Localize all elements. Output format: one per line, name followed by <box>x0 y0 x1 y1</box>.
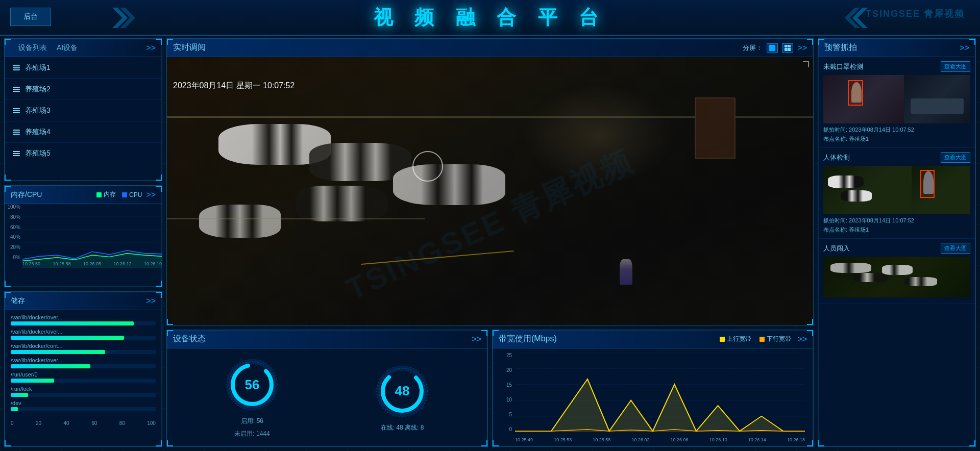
memory-legend-label: 内存 <box>104 190 116 199</box>
storage-bar-fill-6 <box>11 393 28 397</box>
alert-1-title: 未戴口罩检测 <box>823 62 863 71</box>
alert-2-cow <box>828 176 864 188</box>
device-item-2[interactable]: 养殖场2 <box>5 79 162 100</box>
storage-bar-fill-4 <box>11 364 90 368</box>
storage-item-1: /var/lib/docker/over... <box>11 314 156 325</box>
alert-1-img-left <box>823 75 904 123</box>
storage-bar-track-6 <box>11 393 156 397</box>
storage-label-5: /run/user/0 <box>11 371 156 378</box>
bandwidth-title: 带宽使用(Mbps) <box>499 334 557 344</box>
device-item-1[interactable]: 养殖场1 <box>5 57 162 79</box>
alert-1-header: 未戴口罩检测 查看大图 <box>823 61 970 72</box>
cpu-panel: 内存/CPU 内存 CPU >> <box>4 185 162 287</box>
cow-5 <box>199 205 281 238</box>
alert-item-2: 人体检测 查看大图 <box>818 148 975 239</box>
cpu-x-labels: 10:25:50 10:25:58 10:26:05 10:26:12 10:2… <box>22 261 162 270</box>
alert-header: 预警抓拍 >> <box>818 39 975 57</box>
storage-bar-track-5 <box>11 379 156 383</box>
video-bg <box>167 57 813 325</box>
split-1-button[interactable] <box>767 43 778 53</box>
right-panel: 预警抓拍 >> 未戴口罩检测 查看大图 <box>818 38 976 447</box>
storage-label-7: /dev <box>11 400 156 406</box>
alert-arrow[interactable]: >> <box>960 43 969 53</box>
header-logo: TSINGSEE 青犀视频 <box>866 8 965 20</box>
alert-2-header: 人体检测 查看大图 <box>823 152 970 163</box>
alert-2-img-right <box>912 166 970 214</box>
alert-1-view-btn[interactable]: 查看大图 <box>941 61 970 72</box>
page-title: 视 频 融 合 平 台 <box>374 5 607 31</box>
cpu-chart-area: 100% 80% 60% 40% 20% 0% <box>5 204 162 270</box>
memory-legend-dot <box>96 192 102 197</box>
alert-3-title: 人员闯入 <box>823 244 850 253</box>
device-list-header: 设备列表 AI设备 >> <box>5 39 162 57</box>
device-item-label-5: 养殖场5 <box>25 149 51 158</box>
bandwidth-header-right: 上行宽带 下行宽带 >> <box>720 335 807 344</box>
bw-y-labels: 25 20 15 10 5 0 <box>501 353 513 432</box>
cpu-y-labels: 100% 80% 60% 40% 20% 0% <box>5 204 22 260</box>
alert-1-time: 抓拍时间: 2023年08月14日 10:07:52 <box>823 126 970 135</box>
gauge-online: 56 启用: 56 未启用: 1444 <box>224 357 280 438</box>
device-item-label-2: 养殖场2 <box>25 85 51 94</box>
storage-x-axis: 0 20 40 60 80 100 <box>5 418 162 426</box>
alert-3-view-btn[interactable]: 查看大图 <box>941 243 970 254</box>
storage-panel: 储存 >> /var/lib/docker/over... /var/lib/d… <box>4 291 162 447</box>
storage-item-6: /run/lock <box>11 386 156 397</box>
device-item-3[interactable]: 养殖场3 <box>5 100 162 121</box>
video-arrow[interactable]: >> <box>797 43 807 53</box>
bandwidth-chart-area: 25 20 15 10 5 0 <box>493 348 813 446</box>
storage-bar-fill-1 <box>11 321 134 325</box>
alert-2-image <box>823 166 970 214</box>
fence-2 <box>167 218 425 219</box>
device-item-4[interactable]: 养殖场4 <box>5 121 162 143</box>
alert-2-title: 人体检测 <box>823 153 850 162</box>
alert-1-meta: 抓拍时间: 2023年08月14日 10:07:52 布点名称: 养殖场1 <box>823 126 970 143</box>
bottom-center: 设备状态 >> <box>166 330 814 447</box>
device-item-5[interactable]: 养殖场5 <box>5 143 162 164</box>
storage-item-2: /var/lib/docker/over... <box>11 329 156 340</box>
storage-header: 储存 >> <box>5 292 162 310</box>
storage-bars-container: /var/lib/docker/over... /var/lib/docker/… <box>5 310 162 418</box>
worker-1 <box>620 259 632 285</box>
device-status-header: 设备状态 >> <box>167 330 487 348</box>
alert-2-view-btn[interactable]: 查看大图 <box>941 152 970 163</box>
main-layout: 设备列表 AI设备 >> 养殖场1 养殖场2 养殖场3 <box>4 38 976 447</box>
cpu-panel-header: 内存/CPU 内存 CPU >> <box>5 186 162 204</box>
device-list-panel: 设备列表 AI设备 >> 养殖场1 养殖场2 养殖场3 <box>4 38 162 181</box>
bandwidth-arrow[interactable]: >> <box>797 335 807 344</box>
storage-bar-track-7 <box>11 407 156 411</box>
alert-3-img <box>823 257 970 297</box>
alert-2-location: 布点名称: 养殖场1 <box>823 225 970 235</box>
device-status-content: 56 启用: 56 未启用: 1444 <box>167 348 487 446</box>
gauge-streaming-label: 在线: 48 离线: 8 <box>381 423 424 432</box>
bw-x-labels: 10:25:49 10:25:53 10:25:58 10:26:02 10:2… <box>515 437 805 442</box>
alert-3-image <box>823 257 970 297</box>
fence-1 <box>167 116 813 118</box>
cow-2 <box>309 143 411 181</box>
bw-up-legend: 上行宽带 <box>720 335 751 343</box>
device-item-label-3: 养殖场3 <box>25 106 51 115</box>
gauge-online-label: 启用: 56 <box>241 417 263 425</box>
alert-3-image-sim <box>823 257 970 297</box>
device-item-icon-5 <box>13 151 20 156</box>
video-timestamp: 2023年08月14日 星期一 10:07:52 <box>173 81 295 91</box>
gauge-offline-label: 未启用: 1444 <box>234 430 270 438</box>
alert-1-image-sim <box>823 75 970 123</box>
bandwidth-header: 带宽使用(Mbps) 上行宽带 下行宽带 >> <box>493 330 813 348</box>
split-1-icon <box>769 45 775 51</box>
center-panel: 实时调阅 分屏： >> <box>166 38 814 447</box>
back-button[interactable]: 后台 <box>10 8 51 26</box>
storage-arrow[interactable]: >> <box>146 296 156 306</box>
gauge-online-svg-wrap: 56 <box>224 357 280 413</box>
cpu-legend-label: CPU <box>129 191 142 198</box>
video-circle-overlay <box>412 151 443 182</box>
device-list-arrow[interactable]: >> <box>146 43 156 53</box>
alert-3-cow2 <box>853 273 889 282</box>
farm-scene <box>167 57 813 325</box>
alert-1-image <box>823 75 970 123</box>
alert-item-1: 未戴口罩检测 查看大图 <box>818 57 975 148</box>
storage-item-3: /var/lib/docker/cont... <box>11 343 156 354</box>
split-4-button[interactable] <box>782 43 793 53</box>
header-deco-left <box>102 5 143 31</box>
cpu-panel-arrow[interactable]: >> <box>146 190 156 199</box>
device-status-arrow[interactable]: >> <box>472 335 481 344</box>
